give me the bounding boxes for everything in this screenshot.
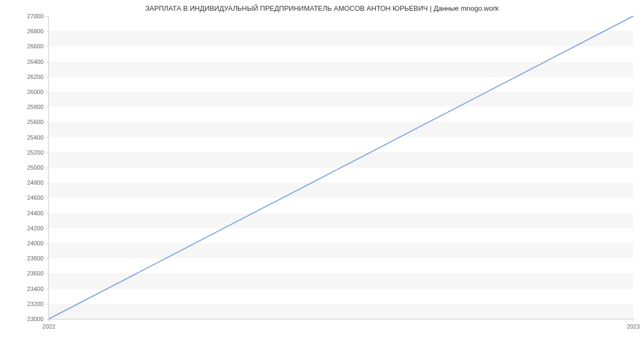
y-tick-label: 24600: [27, 194, 49, 201]
x-tick-label: 2022: [42, 319, 55, 330]
y-tick-label: 24200: [27, 225, 49, 231]
chart-title: ЗАРПЛАТА В ИНДИВИДУАЛЬНЫЙ ПРЕДПРИНИМАТЕЛ…: [0, 4, 644, 12]
y-tick-label: 25000: [27, 164, 49, 171]
chart-container: ЗАРПЛАТА В ИНДИВИДУАЛЬНЫЙ ПРЕДПРИНИМАТЕЛ…: [0, 0, 644, 349]
data-line: [49, 16, 633, 319]
y-tick-label: 27000: [27, 13, 49, 19]
y-tick-label: 25200: [27, 149, 49, 156]
y-tick-label: 25400: [27, 134, 49, 141]
y-tick-label: 26800: [27, 28, 49, 34]
plot-area: 2300023200234002360023800240002420024400…: [48, 16, 633, 319]
x-tick-label: 2023: [627, 319, 640, 330]
y-tick-label: 23200: [27, 301, 49, 307]
y-tick-label: 23400: [27, 286, 49, 292]
y-tick-label: 25600: [27, 119, 49, 125]
y-tick-label: 26600: [27, 43, 49, 49]
y-tick-label: 26400: [27, 59, 49, 65]
y-tick-label: 24800: [27, 179, 49, 186]
y-tick-label: 25800: [27, 104, 49, 110]
y-tick-label: 26000: [27, 89, 49, 95]
line-series: [49, 16, 633, 319]
y-tick-label: 23800: [27, 255, 49, 261]
y-tick-label: 23600: [27, 270, 49, 277]
y-tick-label: 24000: [27, 240, 49, 246]
y-tick-label: 24400: [27, 210, 49, 216]
y-tick-label: 26200: [27, 74, 49, 80]
